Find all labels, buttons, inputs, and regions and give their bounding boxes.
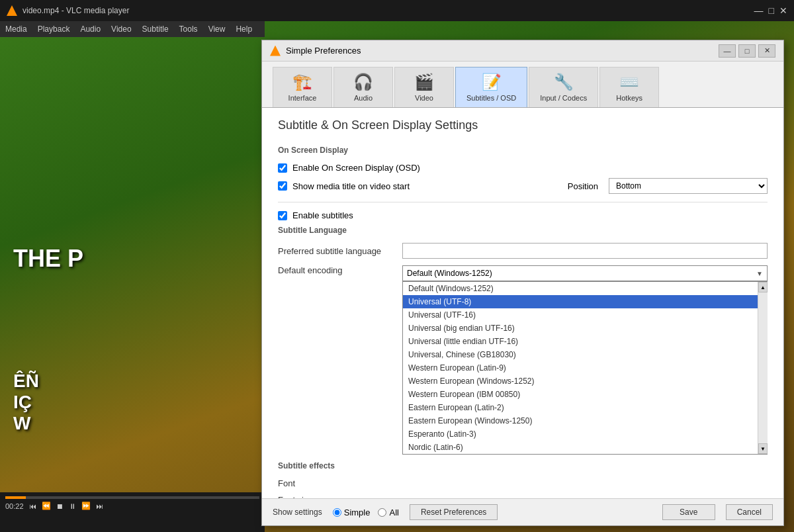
vlc-rewind-btn[interactable]: ⏪ (42, 502, 51, 510)
subtitles-tab-icon: 📝 (482, 73, 502, 91)
default-encoding-row: Default encoding Default (Windows-1252) … (278, 265, 768, 455)
tab-interface[interactable]: 🏗️ Interface (273, 67, 332, 107)
menu-help[interactable]: Help (236, 24, 252, 34)
encoding-option-utf8[interactable]: Universal (UTF-8) (403, 295, 758, 308)
menu-tools[interactable]: Tools (179, 24, 198, 34)
encoding-option-utf16-be[interactable]: Universal (big endian UTF-16) (403, 322, 758, 335)
show-media-title-label: Show media title on video start (292, 181, 410, 191)
audio-tab-label: Audio (354, 94, 373, 102)
vlc-maximize-btn[interactable]: □ (769, 5, 774, 16)
osd-group-label: On Screen Display (278, 146, 768, 155)
vlc-pause-btn[interactable]: ⏸ (69, 502, 76, 510)
subtitles-tab-label: Subtitles / OSD (466, 94, 516, 102)
video-tab-icon: 🎬 (414, 73, 434, 91)
content-area: Subtitle & On Screen Display Settings On… (262, 107, 783, 498)
all-radio[interactable] (378, 508, 386, 517)
enable-osd-checkbox[interactable] (278, 163, 287, 173)
encoding-list-items: Default (Windows-1252) Universal (UTF-8)… (403, 282, 758, 454)
default-encoding-label: Default encoding (278, 265, 397, 275)
save-btn[interactable]: Save (662, 504, 715, 520)
vlc-close-btn[interactable]: ✕ (779, 5, 787, 16)
menu-subtitle[interactable]: Subtitle (142, 24, 169, 34)
vlc-title-text: video.mp4 - VLC media player (22, 6, 129, 15)
encoding-dropdown-list: Default (Windows-1252) Universal (UTF-8)… (402, 281, 768, 455)
font-row: Font (278, 478, 768, 488)
tab-video[interactable]: 🎬 Video (394, 67, 454, 107)
show-media-title-row: Show media title on video start Position… (278, 178, 768, 194)
input-tab-icon: 🔧 (554, 73, 574, 91)
encoding-option-esperanto[interactable]: Esperanto (Latin-3) (403, 427, 758, 441)
encoding-option-nordic[interactable]: Nordic (Latin-6) (403, 441, 758, 454)
show-settings-label: Show settings (273, 508, 322, 517)
preferred-lang-label: Preferred subtitle language (278, 246, 397, 256)
dialog-vlc-icon (270, 46, 281, 56)
encoding-option-latin9[interactable]: Western European (Latin-9) (403, 361, 758, 375)
menu-view[interactable]: View (208, 24, 226, 34)
vlc-minimize-btn[interactable]: — (754, 5, 764, 16)
video-tab-label: Video (415, 94, 433, 102)
simple-radio[interactable] (333, 508, 341, 517)
simple-radio-label: Simple (344, 508, 371, 517)
cancel-btn[interactable]: Cancel (726, 504, 773, 520)
enable-osd-label: Enable On Screen Display (OSD) (292, 163, 420, 173)
vlc-menu-bar: Media Playback Audio Video Subtitle Tool… (0, 21, 265, 37)
encoding-option-latin2[interactable]: Eastern European (Latin-2) (403, 401, 758, 414)
preferences-dialog: Simple Preferences — □ ✕ 🏗️ Interface 🎧 … (261, 40, 784, 526)
section-title: Subtitle & On Screen Display Settings (278, 118, 768, 132)
encoding-scroll-down-btn[interactable]: ▼ (758, 443, 768, 454)
preferred-lang-input[interactable] (402, 243, 768, 259)
tabs-row: 🏗️ Interface 🎧 Audio 🎬 Video 📝 Subtitles… (262, 62, 783, 107)
dialog-maximize-btn[interactable]: □ (738, 44, 756, 58)
vlc-stop-btn[interactable]: ⏹ (56, 502, 64, 510)
tab-audio[interactable]: 🎧 Audio (333, 67, 393, 107)
encoding-scroll-up-btn[interactable]: ▲ (758, 282, 768, 292)
enable-subtitles-row: Enable subtitles (278, 210, 768, 220)
dialog-title-bar: Simple Preferences — □ ✕ (262, 40, 783, 62)
position-dropdown[interactable]: Bottom Top Left Right (609, 178, 768, 194)
encoding-option-utf16-le[interactable]: Universal (little endian UTF-16) (403, 335, 758, 348)
tab-input[interactable]: 🔧 Input / Codecs (529, 67, 598, 107)
vlc-subtitle-overlay: ÊÑIÇW (13, 371, 39, 434)
all-radio-item[interactable]: All (378, 508, 398, 517)
dialog-window-controls: — □ ✕ (719, 44, 775, 58)
vlc-forward-btn[interactable]: ⏩ (81, 502, 91, 510)
enable-subtitles-checkbox[interactable] (278, 211, 287, 220)
simple-radio-item[interactable]: Simple (333, 508, 371, 517)
vlc-prev-btn[interactable]: ⏮ (29, 502, 36, 510)
vlc-logo-icon (7, 5, 17, 16)
hotkeys-tab-icon: ⌨️ (619, 73, 639, 91)
encoding-option-win1250[interactable]: Eastern European (Windows-1250) (403, 414, 758, 427)
preferred-lang-row: Preferred subtitle language (278, 243, 768, 259)
hotkeys-tab-label: Hotkeys (616, 94, 642, 102)
subtitle-language-group-label: Subtitle Language (278, 226, 768, 235)
font-size-row: Font size (278, 495, 768, 498)
encoding-option-default[interactable]: Default (Windows-1252) (403, 282, 758, 295)
dialog-minimize-btn[interactable]: — (719, 44, 736, 58)
font-size-label: Font size (278, 495, 397, 498)
menu-media[interactable]: Media (5, 24, 27, 34)
reset-preferences-btn[interactable]: Reset Preferences (410, 504, 498, 520)
menu-video[interactable]: Video (111, 24, 131, 34)
interface-tab-label: Interface (288, 94, 317, 102)
enable-osd-row: Enable On Screen Display (OSD) (278, 163, 768, 173)
encoding-list-scrollbar[interactable]: ▲ ▼ (758, 282, 767, 454)
vlc-title-bar: video.mp4 - VLC media player — □ ✕ (0, 0, 794, 21)
show-media-title-checkbox[interactable] (278, 181, 287, 191)
menu-playback[interactable]: Playback (38, 24, 70, 34)
menu-audio[interactable]: Audio (80, 24, 101, 34)
dialog-close-btn[interactable]: ✕ (758, 44, 775, 58)
encoding-scroll-track (758, 292, 768, 443)
encoding-option-ibm850[interactable]: Western European (IBM 00850) (403, 388, 758, 401)
encoding-option-utf16[interactable]: Universal (UTF-16) (403, 308, 758, 322)
encoding-dropdown-btn[interactable]: Default (Windows-1252) ▼ (402, 265, 768, 281)
encoding-option-gb18030[interactable]: Universal, Chinese (GB18030) (403, 348, 758, 361)
encoding-dropdown-wrapper: Default (Windows-1252) ▼ Default (Window… (402, 265, 768, 455)
tab-hotkeys[interactable]: ⌨️ Hotkeys (599, 67, 659, 107)
vlc-controls-bar: 00:22 ⏮ ⏪ ⏹ ⏸ ⏩ ⏭ (0, 492, 265, 532)
tab-subtitles[interactable]: 📝 Subtitles / OSD (455, 67, 527, 108)
encoding-option-win1252[interactable]: Western European (Windows-1252) (403, 375, 758, 388)
show-settings-row: Show settings Simple All Reset Preferenc… (262, 498, 783, 525)
vlc-next-btn[interactable]: ⏭ (96, 502, 103, 510)
vlc-window-controls: — □ ✕ (754, 5, 787, 16)
settings-level-radio-group: Simple All (333, 508, 399, 517)
